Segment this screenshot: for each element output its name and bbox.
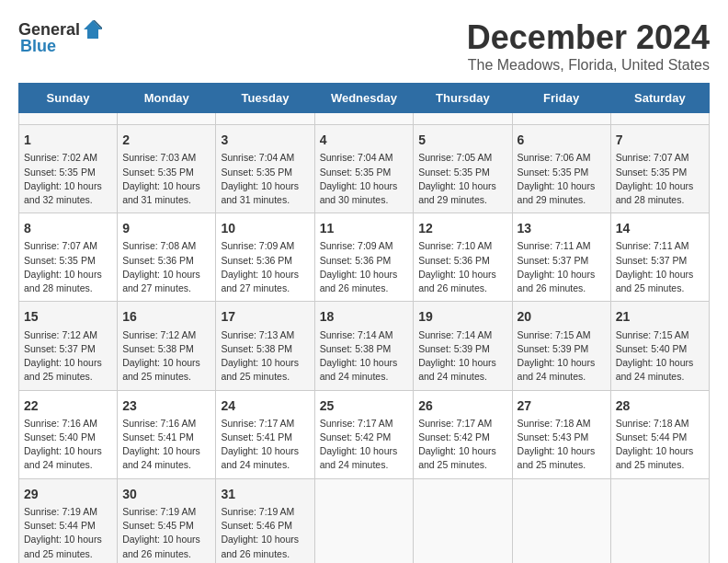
day-number: 6 [518, 131, 606, 149]
calendar-header-cell-saturday: Saturday [610, 84, 709, 113]
logo: General Blue [18, 18, 106, 56]
calendar-day-cell: 23Sunrise: 7:16 AMSunset: 5:41 PMDayligh… [118, 390, 216, 478]
logo-blue-text: Blue [20, 37, 56, 56]
calendar-day-cell: 14Sunrise: 7:11 AMSunset: 5:37 PMDayligh… [610, 213, 709, 302]
subtitle: The Meadows, Florida, United States [467, 57, 710, 74]
sunset-text: Sunset: 5:35 PM [24, 254, 112, 268]
daylight-text: Daylight: 10 hours and 28 minutes. [24, 268, 112, 295]
calendar-day-cell: 24Sunrise: 7:17 AMSunset: 5:41 PMDayligh… [216, 390, 314, 478]
calendar-day-cell [314, 113, 414, 125]
calendar-day-cell: 29Sunrise: 7:19 AMSunset: 5:44 PMDayligh… [19, 478, 118, 563]
calendar-day-cell [610, 478, 709, 563]
sunset-text: Sunset: 5:42 PM [320, 431, 409, 444]
calendar-day-cell: 11Sunrise: 7:09 AMSunset: 5:36 PMDayligh… [314, 213, 414, 302]
calendar-day-cell [414, 113, 512, 125]
sunset-text: Sunset: 5:36 PM [221, 254, 309, 268]
calendar-body: 1Sunrise: 7:02 AMSunset: 5:35 PMDaylight… [19, 113, 710, 564]
sunrise-text: Sunrise: 7:17 AM [320, 417, 409, 431]
calendar-header: SundayMondayTuesdayWednesdayThursdayFrid… [19, 84, 710, 113]
sunset-text: Sunset: 5:35 PM [24, 166, 112, 179]
calendar-header-cell-monday: Monday [118, 84, 216, 113]
day-number: 20 [518, 307, 606, 326]
sunset-text: Sunset: 5:39 PM [518, 342, 606, 356]
sunset-text: Sunset: 5:39 PM [418, 342, 506, 356]
daylight-text: Daylight: 10 hours and 24 minutes. [320, 444, 409, 472]
day-number: 1 [24, 131, 112, 149]
day-number: 29 [24, 485, 112, 503]
day-number: 16 [122, 307, 210, 326]
sunrise-text: Sunrise: 7:19 AM [221, 505, 309, 519]
daylight-text: Daylight: 10 hours and 26 minutes. [418, 268, 506, 295]
sunrise-text: Sunrise: 7:07 AM [616, 151, 704, 165]
daylight-text: Daylight: 10 hours and 27 minutes. [221, 268, 309, 295]
daylight-text: Daylight: 10 hours and 26 minutes. [221, 533, 309, 560]
calendar-header-cell-sunday: Sunday [19, 84, 118, 113]
sunrise-text: Sunrise: 7:08 AM [122, 239, 210, 253]
sunset-text: Sunset: 5:35 PM [418, 166, 506, 179]
calendar-week-row: 15Sunrise: 7:12 AMSunset: 5:37 PMDayligh… [19, 302, 710, 390]
sunset-text: Sunset: 5:37 PM [616, 254, 704, 268]
sunrise-text: Sunrise: 7:16 AM [24, 417, 112, 431]
calendar-day-cell [512, 113, 610, 125]
calendar-day-cell: 7Sunrise: 7:07 AMSunset: 5:35 PMDaylight… [610, 125, 709, 213]
sunset-text: Sunset: 5:35 PM [122, 166, 210, 179]
sunset-text: Sunset: 5:42 PM [418, 431, 506, 444]
calendar-day-cell: 8Sunrise: 7:07 AMSunset: 5:35 PMDaylight… [19, 213, 118, 302]
calendar-day-cell: 15Sunrise: 7:12 AMSunset: 5:37 PMDayligh… [19, 302, 118, 390]
calendar-week-row: 1Sunrise: 7:02 AMSunset: 5:35 PMDaylight… [19, 125, 710, 213]
day-number: 9 [122, 219, 210, 237]
sunrise-text: Sunrise: 7:04 AM [320, 151, 409, 165]
daylight-text: Daylight: 10 hours and 26 minutes. [122, 533, 210, 560]
calendar-day-cell: 20Sunrise: 7:15 AMSunset: 5:39 PMDayligh… [512, 302, 610, 390]
daylight-text: Daylight: 10 hours and 24 minutes. [320, 356, 409, 384]
calendar-day-cell: 9Sunrise: 7:08 AMSunset: 5:36 PMDaylight… [118, 213, 216, 302]
calendar-day-cell: 19Sunrise: 7:14 AMSunset: 5:39 PMDayligh… [414, 302, 512, 390]
sunrise-text: Sunrise: 7:04 AM [221, 151, 309, 165]
sunrise-text: Sunrise: 7:16 AM [122, 417, 210, 431]
header: General Blue December 2024 The Meadows, … [18, 18, 710, 74]
daylight-text: Daylight: 10 hours and 31 minutes. [221, 179, 309, 207]
daylight-text: Daylight: 10 hours and 25 minutes. [418, 444, 506, 472]
calendar-day-cell [216, 113, 314, 125]
sunrise-text: Sunrise: 7:14 AM [320, 328, 409, 342]
sunrise-text: Sunrise: 7:19 AM [24, 505, 112, 519]
sunset-text: Sunset: 5:35 PM [320, 166, 409, 179]
calendar-day-cell: 28Sunrise: 7:18 AMSunset: 5:44 PMDayligh… [610, 390, 709, 478]
sunrise-text: Sunrise: 7:17 AM [418, 417, 506, 431]
calendar-day-cell [118, 113, 216, 125]
day-number: 12 [418, 219, 506, 237]
calendar-day-cell: 27Sunrise: 7:18 AMSunset: 5:43 PMDayligh… [512, 390, 610, 478]
sunrise-text: Sunrise: 7:11 AM [616, 239, 704, 253]
daylight-text: Daylight: 10 hours and 25 minutes. [24, 533, 112, 560]
sunrise-text: Sunrise: 7:15 AM [616, 328, 704, 342]
sunrise-text: Sunrise: 7:12 AM [122, 328, 210, 342]
calendar-header-row: SundayMondayTuesdayWednesdayThursdayFrid… [19, 84, 710, 113]
sunrise-text: Sunrise: 7:02 AM [24, 151, 112, 165]
sunrise-text: Sunrise: 7:14 AM [418, 328, 506, 342]
sunrise-text: Sunrise: 7:06 AM [518, 151, 606, 165]
day-number: 11 [320, 219, 409, 237]
calendar-week-row: 22Sunrise: 7:16 AMSunset: 5:40 PMDayligh… [19, 390, 710, 478]
calendar-week-row [19, 113, 710, 125]
day-number: 27 [518, 396, 606, 415]
day-number: 31 [221, 485, 309, 503]
sunrise-text: Sunrise: 7:03 AM [122, 151, 210, 165]
daylight-text: Daylight: 10 hours and 28 minutes. [616, 179, 704, 207]
daylight-text: Daylight: 10 hours and 25 minutes. [518, 444, 606, 472]
daylight-text: Daylight: 10 hours and 31 minutes. [122, 179, 210, 207]
sunrise-text: Sunrise: 7:13 AM [221, 328, 309, 342]
daylight-text: Daylight: 10 hours and 26 minutes. [320, 268, 409, 295]
calendar-day-cell: 5Sunrise: 7:05 AMSunset: 5:35 PMDaylight… [414, 125, 512, 213]
daylight-text: Daylight: 10 hours and 25 minutes. [616, 444, 704, 472]
sunrise-text: Sunrise: 7:18 AM [616, 417, 704, 431]
calendar-day-cell: 4Sunrise: 7:04 AMSunset: 5:35 PMDaylight… [314, 125, 414, 213]
daylight-text: Daylight: 10 hours and 29 minutes. [418, 179, 506, 207]
calendar-day-cell: 30Sunrise: 7:19 AMSunset: 5:45 PMDayligh… [118, 478, 216, 563]
day-number: 19 [418, 307, 506, 326]
svg-marker-0 [84, 20, 102, 39]
sunset-text: Sunset: 5:44 PM [24, 519, 112, 533]
daylight-text: Daylight: 10 hours and 25 minutes. [24, 356, 112, 384]
calendar-day-cell: 3Sunrise: 7:04 AMSunset: 5:35 PMDaylight… [216, 125, 314, 213]
day-number: 28 [616, 396, 704, 415]
calendar-header-cell-thursday: Thursday [414, 84, 512, 113]
